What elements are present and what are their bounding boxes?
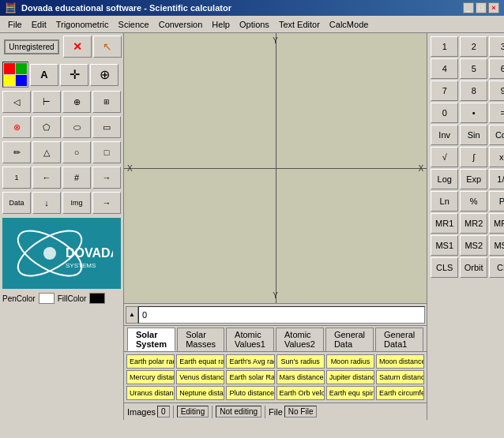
btn-ms1[interactable]: MS1 <box>431 235 458 256</box>
btn-7[interactable]: 7 <box>431 80 458 101</box>
color-blue[interactable] <box>16 75 27 86</box>
btn-square[interactable]: x² <box>489 147 504 167</box>
left-icon-button[interactable]: ◁ <box>2 91 31 113</box>
btn-pluto-distance[interactable]: Pluto distance <box>226 386 274 400</box>
btn-2[interactable]: 2 <box>460 36 487 57</box>
btn-dot[interactable]: • <box>460 103 487 123</box>
btn-integral[interactable]: ∫ <box>460 147 487 167</box>
btn-log[interactable]: Log <box>431 169 458 189</box>
btn-moon-distance[interactable]: Moon distance <box>376 354 424 369</box>
tab-general-data[interactable]: General Data <box>325 328 374 351</box>
menu-calcmode[interactable]: CalcMode <box>325 18 374 31</box>
btn-suns-radius[interactable]: Sun's radius <box>276 354 325 369</box>
left-arrow-button[interactable]: ← <box>32 167 61 189</box>
hash-button[interactable]: # <box>62 167 91 189</box>
btn-ms2[interactable]: MS2 <box>460 235 487 256</box>
color-green[interactable] <box>16 63 27 74</box>
extra-button[interactable]: ⊞ <box>92 91 121 113</box>
btn-earth-polar-radius[interactable]: Earth polar radius <box>126 354 175 369</box>
calc-input[interactable] <box>138 306 425 324</box>
triangle-button[interactable]: △ <box>32 141 61 163</box>
btn-0[interactable]: 0 <box>431 103 458 123</box>
arrow-tool-button[interactable]: ↖ <box>93 36 122 58</box>
btn-saturn-distance[interactable]: Saturn distance <box>376 370 424 384</box>
menu-conversion[interactable]: Conversion <box>154 18 208 31</box>
fork-icon-button[interactable]: ⊢ <box>32 91 61 113</box>
color-yellow[interactable] <box>4 75 15 86</box>
square-button[interactable]: □ <box>92 141 121 163</box>
btn-jupiter-distance[interactable]: Jupiter distance <box>326 370 374 384</box>
menu-edit[interactable]: Edit <box>27 18 51 31</box>
close-button[interactable]: × <box>488 2 499 13</box>
menu-file[interactable]: File <box>3 18 27 31</box>
btn-4[interactable]: 4 <box>431 58 458 79</box>
unregistered-button[interactable]: Unregistered <box>4 39 59 54</box>
solve-button[interactable]: 1 <box>2 167 31 189</box>
btn-venus-distance[interactable]: Venus distance <box>176 370 224 384</box>
btn-earths-avg-radius[interactable]: Earth's Avg radius <box>226 354 274 369</box>
tab-general-data1[interactable]: General Data1 <box>375 328 423 351</box>
btn-earth-equat-radius[interactable]: Earth equat radius <box>176 354 224 369</box>
cross-tool-button[interactable]: ✕ <box>63 36 92 58</box>
btn-inv[interactable]: Inv <box>431 125 458 145</box>
circle-button[interactable]: ○ <box>62 141 91 163</box>
color-red[interactable] <box>4 63 15 74</box>
text-tool-button[interactable]: A <box>30 64 58 86</box>
btn-ce[interactable]: CE <box>489 257 504 278</box>
btn-exp[interactable]: Exp <box>460 169 487 189</box>
btn-ms3[interactable]: MS3 <box>489 235 504 256</box>
data-button[interactable]: Data <box>2 192 31 214</box>
menu-options[interactable]: Options <box>235 18 274 31</box>
plus-center-button[interactable]: ⊕ <box>62 91 91 113</box>
rect-button[interactable]: ▭ <box>92 116 121 138</box>
btn-mr2[interactable]: MR2 <box>460 213 487 234</box>
btn-sin[interactable]: Sin <box>460 125 487 145</box>
btn-1[interactable]: 1 <box>431 36 458 57</box>
maximize-button[interactable]: □ <box>476 2 487 13</box>
btn-earth-equ-spin[interactable]: Earth equ spin <box>326 386 374 400</box>
fill-color-box[interactable] <box>89 293 105 304</box>
pen-color-box[interactable] <box>39 293 55 304</box>
btn-cls[interactable]: CLS <box>431 257 458 278</box>
pentagon-button[interactable]: ⬠ <box>32 116 61 138</box>
btn-cos[interactable]: Cos <box>489 125 504 145</box>
btn-mercury-distance[interactable]: Mercury distance <box>126 370 175 384</box>
btn-percent[interactable]: % <box>460 191 487 212</box>
tab-atomic-values1[interactable]: Atomic Values1 <box>226 328 274 351</box>
tab-solar-masses[interactable]: Solar Masses <box>177 328 224 351</box>
btn-earth-orb-velocity[interactable]: Earth Orb velocity <box>276 386 325 400</box>
ellipse-button[interactable]: ⬭ <box>62 116 91 138</box>
btn-6[interactable]: 6 <box>489 58 504 79</box>
cross-move-button[interactable]: ✛ <box>60 64 88 86</box>
btn-mr1[interactable]: MR1 <box>431 213 458 234</box>
btn-equals[interactable]: = <box>489 103 504 123</box>
eraser-button[interactable]: ⊗ <box>2 116 31 138</box>
down-arrow-button[interactable]: ↓ <box>32 192 61 214</box>
menu-text-editor[interactable]: Text Editor <box>274 18 325 31</box>
tab-solar-system[interactable]: Solar System <box>127 328 175 351</box>
btn-9[interactable]: 9 <box>489 80 504 101</box>
btn-moon-radius[interactable]: Moon radius <box>326 354 374 369</box>
img-button[interactable]: Img <box>62 192 91 214</box>
right-arrow-button[interactable]: → <box>92 167 121 189</box>
btn-ln[interactable]: Ln <box>431 191 458 212</box>
right-arrow2-button[interactable]: → <box>92 192 121 214</box>
btn-mars-distance[interactable]: Mars distance <box>276 370 325 384</box>
btn-earth-solar-radius[interactable]: Earth solar Radius <box>226 370 274 384</box>
menu-science[interactable]: Science <box>114 18 154 31</box>
btn-5[interactable]: 5 <box>460 58 487 79</box>
menu-trigonometric[interactable]: Trigonometric <box>51 18 114 31</box>
btn-sqrt[interactable]: √ <box>431 147 458 167</box>
btn-orbit[interactable]: Orbit <box>460 257 487 278</box>
btn-mr3[interactable]: MR3 <box>489 213 504 234</box>
scroll-up-button[interactable]: ▲ <box>126 306 138 324</box>
btn-3[interactable]: 3 <box>489 36 504 57</box>
btn-uranus-distance[interactable]: Uranus distance <box>126 386 175 400</box>
minimize-button[interactable]: _ <box>463 2 474 13</box>
move-button[interactable]: ⊕ <box>90 64 118 86</box>
btn-8[interactable]: 8 <box>460 80 487 101</box>
pencil-button[interactable]: ✏ <box>2 141 31 163</box>
btn-earth-circumferen[interactable]: Earth circumferen <box>376 386 424 400</box>
btn-pi[interactable]: Pi <box>489 191 504 212</box>
btn-reciprocal[interactable]: 1/x <box>489 169 504 189</box>
